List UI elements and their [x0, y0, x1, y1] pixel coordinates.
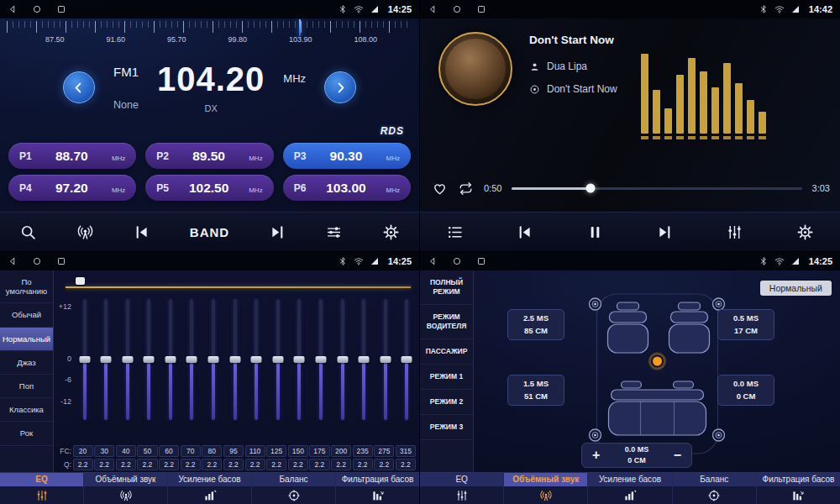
eq-band-slider[interactable] [380, 299, 391, 420]
tab-balance[interactable]: Баланс [252, 473, 336, 504]
eq-slider-knob[interactable] [79, 356, 90, 363]
seek-up-button[interactable] [324, 71, 356, 103]
favorite-heart-icon[interactable] [432, 181, 448, 197]
pause-icon[interactable] [586, 223, 604, 241]
listening-mode-item[interactable]: ПОЛНЫЙ РЕЖИМ [420, 270, 473, 305]
band-button[interactable]: BAND [190, 225, 229, 239]
sound-profile-button[interactable]: Нормальный [760, 281, 832, 296]
decrease-delay-button[interactable]: − [672, 449, 683, 462]
home-icon[interactable] [452, 256, 462, 266]
master-level-slider[interactable] [66, 276, 411, 291]
eq-band-slider[interactable] [186, 299, 197, 420]
tab-eq[interactable]: EQ [420, 473, 504, 504]
tab-surround[interactable]: Объёмный звук [504, 473, 588, 504]
eq-band-slider[interactable] [208, 299, 219, 420]
eq-band-slider[interactable] [144, 299, 155, 420]
eq-band-slider[interactable] [316, 299, 327, 420]
eq-slider-knob[interactable] [402, 356, 412, 363]
previous-track-icon[interactable] [516, 223, 533, 241]
eq-preset-item[interactable]: Обычай [0, 303, 53, 327]
back-icon[interactable] [428, 4, 438, 14]
eq-band-slider[interactable] [251, 299, 262, 420]
eq-preset-item[interactable]: По умолчанию [0, 270, 53, 303]
tab-balance[interactable]: Баланс [673, 473, 757, 504]
front-right-delay-box[interactable]: 0.5 MS 17 CM [717, 309, 774, 340]
tab-filter[interactable]: Фильтрация басов [757, 473, 840, 504]
tab-surround[interactable]: Объёмный звук [84, 473, 168, 504]
eq-band-slider[interactable] [229, 299, 240, 420]
tab-eq[interactable]: EQ [0, 473, 84, 504]
home-icon[interactable] [32, 4, 42, 14]
eq-band-slider[interactable] [165, 299, 176, 420]
recents-icon[interactable] [56, 4, 66, 14]
eq-slider-knob[interactable] [165, 356, 176, 363]
back-icon[interactable] [8, 4, 18, 14]
preset-button-p5[interactable]: P5102.50MHz [145, 175, 273, 201]
eq-band-slider[interactable] [294, 299, 305, 420]
eq-slider-knob[interactable] [359, 356, 370, 363]
listening-mode-item[interactable]: РЕЖИМ 1 [420, 365, 473, 390]
preset-button-p6[interactable]: P6103.00MHz [283, 175, 411, 201]
repeat-icon[interactable] [458, 181, 474, 197]
eq-slider-knob[interactable] [380, 356, 391, 363]
tab-bass-boost[interactable]: Усиление басов [168, 473, 252, 504]
rear-left-delay-box[interactable]: 1.5 MS 51 CM [507, 375, 564, 406]
listening-mode-item[interactable]: РЕЖИМ 2 [420, 390, 473, 415]
eq-slider-knob[interactable] [208, 356, 219, 363]
eq-slider-knob[interactable] [101, 356, 112, 363]
eq-slider-knob[interactable] [186, 356, 197, 363]
eq-band-slider[interactable] [337, 299, 348, 420]
progress-bar[interactable] [512, 187, 801, 190]
tab-bass-boost[interactable]: Усиление басов [588, 473, 672, 504]
listening-mode-item[interactable]: РЕЖИМ 3 [420, 415, 473, 440]
rear-right-delay-box[interactable]: 0.0 MS 0 CM [717, 375, 774, 406]
recents-icon[interactable] [56, 256, 66, 266]
preset-button-p1[interactable]: P188.70MHz [8, 143, 136, 169]
eq-preset-item[interactable]: Джаз [0, 351, 53, 375]
eq-preset-item[interactable]: Нормальный [0, 328, 53, 351]
frequency-ruler[interactable]: 87.5091.6095.7099.80103.90108.00 [7, 21, 412, 51]
equalizer-mixer-icon[interactable] [726, 223, 743, 241]
next-station-icon[interactable] [269, 223, 286, 241]
listening-mode-item[interactable]: РЕЖИМ ВОДИТЕЛЯ [420, 305, 473, 339]
eq-slider-knob[interactable] [122, 356, 133, 363]
recents-icon[interactable] [476, 4, 486, 14]
listening-mode-item[interactable]: ПАССАЖИР [420, 339, 473, 365]
master-slider-handle[interactable] [76, 277, 85, 285]
seek-down-button[interactable] [63, 71, 95, 103]
preset-button-p2[interactable]: P289.50MHz [145, 143, 273, 169]
previous-station-icon[interactable] [133, 223, 150, 241]
tune-sliders-icon[interactable] [325, 223, 343, 241]
back-icon[interactable] [428, 256, 438, 266]
station-scan-icon[interactable] [76, 223, 94, 241]
progress-knob[interactable] [585, 184, 595, 193]
eq-band-slider[interactable] [272, 299, 283, 420]
recents-icon[interactable] [476, 256, 486, 266]
tab-filter[interactable]: Фильтрация басов [336, 473, 419, 504]
eq-preset-item[interactable]: Рок [0, 422, 53, 445]
playlist-icon[interactable] [446, 223, 464, 241]
settings-gear-icon[interactable] [382, 223, 400, 241]
home-icon[interactable] [452, 4, 462, 14]
preset-button-p3[interactable]: P390.30MHz [283, 143, 411, 169]
eq-slider-knob[interactable] [272, 356, 283, 363]
increase-delay-button[interactable]: + [591, 449, 601, 462]
eq-preset-item[interactable]: Классика [0, 398, 53, 422]
eq-slider-knob[interactable] [251, 356, 262, 363]
search-icon[interactable] [19, 223, 37, 241]
home-icon[interactable] [32, 256, 42, 266]
eq-band-slider[interactable] [122, 299, 133, 420]
eq-preset-item[interactable]: Поп [0, 375, 53, 398]
eq-slider-knob[interactable] [316, 356, 327, 363]
eq-slider-knob[interactable] [337, 356, 348, 363]
eq-slider-knob[interactable] [229, 356, 240, 363]
next-track-icon[interactable] [656, 223, 674, 241]
eq-band-slider[interactable] [359, 299, 370, 420]
preset-button-p4[interactable]: P497.20MHz [8, 175, 136, 201]
back-icon[interactable] [8, 256, 18, 266]
front-left-delay-box[interactable]: 2.5 MS 85 CM [507, 309, 564, 340]
settings-gear-icon[interactable] [796, 223, 814, 241]
eq-band-slider[interactable] [101, 299, 112, 420]
eq-slider-knob[interactable] [294, 356, 305, 363]
eq-band-slider[interactable] [402, 299, 412, 420]
